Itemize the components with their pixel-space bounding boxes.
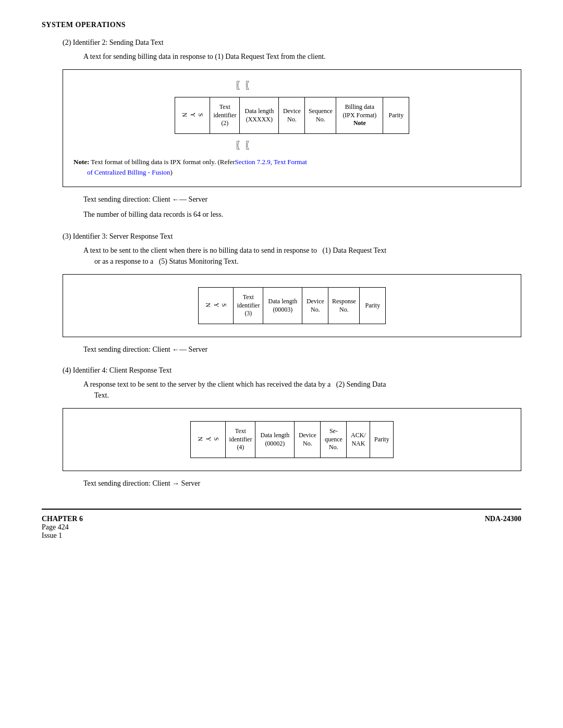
text-identifier-4: Textidentifier(4) — [226, 422, 255, 458]
footer-chapter: CHAPTER 6 — [42, 515, 83, 523]
device-no-3: DeviceNo. — [302, 288, 328, 324]
syn-cell-1: SYN — [175, 97, 210, 134]
footer-issue: Issue 1 — [42, 532, 83, 540]
zigzag-bottom-1: 〖〖 — [235, 139, 254, 152]
item2-extra: The number of billing data records is 64… — [83, 209, 521, 220]
device-no-2: DeviceNo. — [279, 97, 305, 134]
parity-4: Parity — [370, 422, 394, 458]
sequence-no-2: SequenceNo. — [305, 97, 336, 134]
billing-data-2: Billing data(IPX Format)Note — [336, 97, 383, 134]
item2-description: A text for sending billing data in respo… — [83, 51, 521, 62]
sequence-no-4: Se-quenceNo. — [321, 422, 347, 458]
syn-cell-3: SYN — [198, 288, 234, 324]
syn-cell-4: SYN — [190, 422, 226, 458]
item4-diagram: SYN Textidentifier(4) Data length(00002)… — [63, 408, 521, 471]
ack-nak-4: ACK/NAK — [347, 422, 370, 458]
item4-block: (4) Identifier 4: Client Response Text A… — [63, 366, 521, 488]
item4-title: (4) Identifier 4: Client Response Text — [63, 366, 521, 375]
item2-block: (2) Identifier 2: Sending Data Text A te… — [63, 39, 521, 220]
item4-direction: Text sending direction: Client → Server — [83, 479, 521, 488]
footer-right: NDA-24300 — [485, 515, 521, 540]
text-identifier-2: Textidentifier(2) — [210, 97, 240, 134]
parity-3: Parity — [360, 288, 386, 324]
item3-description: A text to be sent to the client when the… — [83, 245, 521, 267]
device-no-4: DeviceNo. — [295, 422, 321, 458]
item3-title: (3) Identifier 3: Server Response Text — [63, 232, 521, 241]
zigzag-top-1: 〖〖 — [235, 79, 254, 92]
item4-description: A response text to be sent to the server… — [83, 379, 521, 401]
section-heading: SYSTEM OPERATIONS — [42, 21, 521, 29]
text-identifier-3: Textidentifier(3) — [234, 288, 263, 324]
item2-table: SYN Textidentifier(2) Data length(XXXXX)… — [175, 97, 410, 134]
item3-block: (3) Identifier 3: Server Response Text A… — [63, 232, 521, 354]
data-length-2: Data length(XXXXX) — [240, 97, 279, 134]
item3-table: SYN Textidentifier(3) Data length(00003)… — [198, 287, 386, 324]
item2-note: Note: Text format of billing data is IPX… — [74, 157, 510, 177]
item3-direction: Text sending direction: Client ←— Server — [83, 346, 521, 354]
footer-page: Page 424 — [42, 523, 83, 532]
footer-left: CHAPTER 6 Page 424 Issue 1 — [42, 515, 83, 540]
data-length-4: Data length(00002) — [255, 422, 295, 458]
note-bold-2: Note: — [74, 158, 89, 166]
data-length-3: Data length(00003) — [263, 288, 302, 324]
item2-direction: Text sending direction: Client ←— Server — [83, 195, 521, 204]
item2-diagram: 〖〖 SYN Textidentifier(2) Data length(XXX… — [63, 69, 521, 187]
item2-title: (2) Identifier 2: Sending Data Text — [63, 39, 521, 47]
parity-2: Parity — [383, 97, 409, 134]
item3-diagram: SYN Textidentifier(3) Data length(00003)… — [63, 274, 521, 337]
item4-table: SYN Textidentifier(4) Data length(00002)… — [190, 421, 394, 458]
note-text-before-2: Text format of billing data is IPX forma… — [91, 158, 235, 166]
response-no-3: ResponseNo. — [328, 288, 360, 324]
note-text-after-2: ) — [170, 168, 173, 176]
